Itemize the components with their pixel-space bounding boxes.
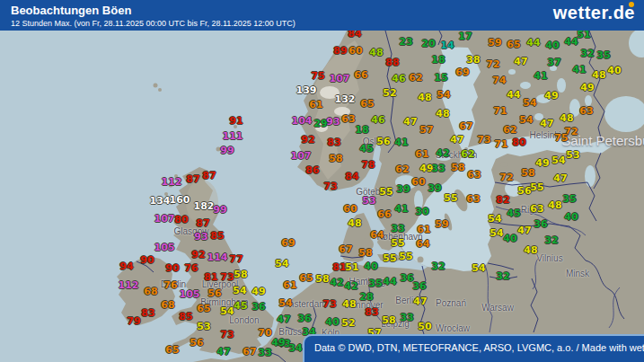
station-gust-value: 54: [278, 297, 292, 309]
station-gust-value: 58: [451, 162, 464, 173]
station-gust-value: 63: [341, 113, 355, 125]
station-gust-value: 90: [140, 254, 154, 266]
station-gust-value: 49: [544, 90, 558, 102]
station-gust-value: 32: [496, 270, 509, 282]
station-gust-value: 92: [191, 249, 205, 260]
station-gust-value: 67: [243, 346, 256, 358]
station-gust-value: 76: [184, 262, 198, 274]
station-gust-value: 64: [416, 238, 429, 250]
station-gust-value: 54: [220, 305, 234, 317]
station-gust-value: 61: [309, 99, 322, 110]
station-gust-value: 134: [150, 195, 171, 207]
station-gust-value: 28: [359, 291, 373, 303]
station-gust-value: 86: [305, 164, 319, 176]
station-gust-value: 99: [220, 145, 234, 156]
station-gust-value: 32: [544, 234, 558, 246]
station-gust-value: 73: [322, 298, 336, 310]
station-gust-value: 18: [355, 124, 368, 136]
station-gust-value: 55: [530, 181, 543, 193]
station-gust-value: 114: [207, 252, 228, 263]
station-gust-value: 44: [383, 276, 396, 287]
station-gust-value: 42: [330, 277, 343, 288]
station-gust-value: 59: [435, 218, 448, 230]
station-gust-value: 33: [391, 223, 404, 234]
station-gust-value: 47: [540, 118, 553, 129]
station-gust-value: 58: [521, 167, 534, 179]
station-gust-value: 18: [431, 54, 445, 66]
station-gust-value: 54: [233, 285, 246, 296]
station-gust-value: 63: [467, 169, 481, 181]
station-gust-value: 52: [383, 87, 396, 99]
station-gust-value: 58: [315, 273, 329, 285]
station-gust-value: 73: [323, 181, 337, 192]
station-gust-value: 60: [343, 203, 357, 215]
station-gust-value: 94: [119, 260, 133, 272]
station-gust-value: 55: [399, 251, 412, 262]
station-gust-value: 65: [299, 272, 313, 284]
station-gust-value: 54: [437, 89, 450, 101]
station-gust-value: 53: [566, 149, 579, 161]
station-gust-value: 75: [311, 70, 324, 82]
station-gust-value: 56: [190, 337, 203, 349]
station-gust-value: 40: [607, 65, 621, 76]
station-gust-value: 73: [477, 134, 490, 146]
page-title: Beobachtungen Böen: [11, 4, 131, 17]
station-gust-value: 112: [162, 176, 182, 188]
station-gust-value: 30: [415, 206, 428, 217]
logo-text: wetter.de: [553, 3, 635, 22]
station-gust-value: 75: [554, 132, 568, 144]
attribution-bar: Data © DWD, DTN, METEOFRANCE, ARSO, LVGM…: [303, 334, 644, 362]
station-gust-value: 48: [548, 199, 561, 211]
station-gust-value: 83: [141, 307, 154, 319]
station-gust-value: 91: [229, 115, 243, 127]
station-gust-value: 46: [371, 114, 384, 126]
station-gust-value: 36: [534, 218, 547, 230]
station-gust-value: 62: [503, 124, 516, 136]
station-gust-value: 58: [382, 314, 395, 326]
station-gust-value: 38: [466, 54, 480, 66]
station-gust-value: 35: [562, 193, 576, 205]
station-gust-value: 112: [119, 279, 139, 291]
station-gust-value: 39: [396, 183, 410, 195]
station-gust-value: 36: [297, 313, 311, 324]
city-label: Warsaw: [481, 303, 514, 313]
station-gust-value: 49: [271, 337, 285, 349]
station-gust-value: 48: [342, 298, 356, 310]
station-gust-value: 47: [277, 313, 290, 325]
station-gust-value: 73: [220, 271, 234, 283]
station-gust-value: 32: [431, 260, 445, 272]
station-gust-value: 107: [330, 73, 350, 84]
station-gust-value: 132: [335, 93, 356, 105]
station-gust-value: 45: [359, 143, 373, 155]
station-gust-value: 87: [202, 170, 216, 181]
page-subtitle: 12 Stunden Max. (von Fr, 28.11.2025 00:0…: [11, 19, 296, 28]
station-gust-value: 55: [383, 252, 396, 264]
station-gust-value: 68: [144, 286, 157, 297]
station-gust-value: 139: [296, 84, 317, 96]
station-gust-value: 41: [572, 64, 586, 75]
station-gust-value: 39: [428, 182, 441, 194]
station-gust-value: 15: [434, 72, 447, 84]
station-gust-value: 54: [523, 97, 536, 109]
station-gust-value: 105: [180, 288, 200, 300]
wetter-de-logo[interactable]: wetter.de: [553, 3, 635, 23]
station-gust-value: 50: [418, 321, 431, 332]
station-gust-value: 48: [436, 108, 449, 119]
station-gust-value: 160: [170, 194, 190, 206]
station-gust-value: 14: [440, 40, 454, 51]
station-gust-value: 66: [377, 208, 391, 220]
station-gust-value: 89: [333, 45, 347, 57]
station-gust-value: 82: [496, 194, 509, 206]
station-gust-value: 90: [165, 262, 179, 274]
station-gust-value: 41: [394, 137, 408, 148]
station-gust-value: 58: [358, 247, 372, 259]
station-gust-value: 61: [283, 279, 296, 291]
station-gust-value: 55: [391, 237, 404, 249]
station-gust-value: 69: [455, 66, 469, 78]
station-gust-value: 36: [412, 280, 426, 292]
station-gust-value: 62: [409, 72, 422, 84]
header-bar: Beobachtungen Böen 12 Stunden Max. (von …: [0, 0, 644, 31]
station-gust-value: 55: [379, 186, 393, 198]
station-gust-value: 48: [524, 244, 537, 256]
station-gust-value: 47: [216, 346, 230, 358]
